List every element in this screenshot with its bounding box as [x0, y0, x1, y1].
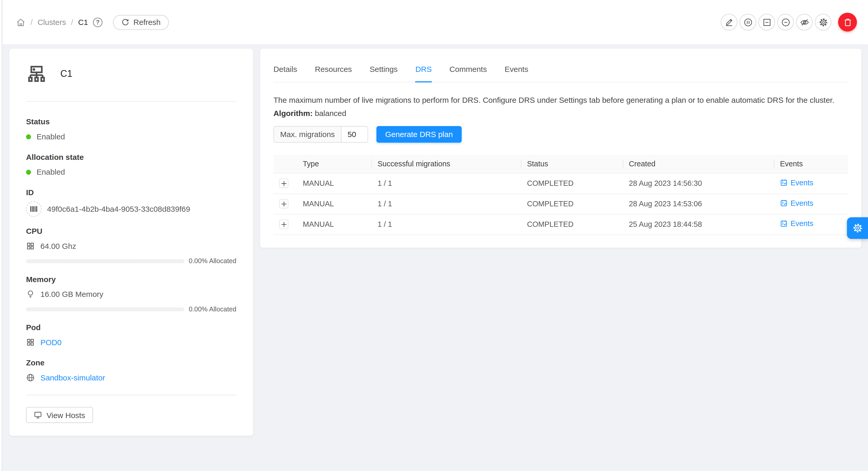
globe-icon [26, 373, 35, 382]
bulb-icon [26, 290, 35, 298]
cell-migrations: 1 / 1 [372, 173, 521, 194]
events-link-label: Events [790, 199, 813, 207]
expand-row-button[interactable] [279, 178, 288, 188]
memory-label: Memory [26, 275, 237, 283]
max-migrations-addon: Max. migrations [274, 127, 342, 142]
breadcrumb-current: C1 [78, 18, 88, 27]
breadcrumb: / Clusters / C1 ? Refresh [16, 14, 169, 30]
cell-created: 25 Aug 2023 18:44:58 [623, 214, 774, 235]
cpu-progress: 0.00% Allocated [26, 257, 237, 265]
algorithm-line: Algorithm: balanced [274, 108, 848, 119]
drs-form: Max. migrations Generate DRS plan [274, 126, 848, 143]
tab-details[interactable]: Details [274, 58, 297, 82]
col-status: Status [521, 155, 623, 173]
tab-settings[interactable]: Settings [370, 58, 398, 82]
status-value: Enabled [37, 132, 65, 141]
col-type: Type [297, 155, 372, 173]
events-link[interactable]: Events [780, 199, 813, 207]
expand-row-button[interactable] [279, 220, 288, 229]
eye-invisible-icon [800, 18, 809, 27]
status-dot [26, 134, 31, 139]
allocation-value: Enabled [37, 168, 65, 176]
tab-bar: Details Resources Settings DRS Comments … [274, 58, 848, 82]
refresh-label: Refresh [133, 18, 160, 27]
col-events: Events [774, 155, 848, 173]
divider [26, 101, 237, 102]
cluster-details: Status Enabled Allocation state Enabled … [26, 117, 237, 384]
help-icon[interactable]: ? [93, 18, 102, 27]
expand-row-button[interactable] [279, 199, 288, 208]
collapsed-sidebar-rail [0, 0, 2, 471]
drs-plans-table: Type Successful migrations Status Create… [274, 155, 848, 235]
drs-description: The maximum number of live migrations to… [274, 95, 848, 106]
unmanage-button[interactable] [758, 14, 775, 30]
cpu-field: CPU 64.00 Ghz 0.00% Allocated [26, 227, 237, 265]
zone-field: Zone Sandbox-simulator [26, 358, 237, 384]
allocation-label: Allocation state [26, 153, 237, 161]
delete-button[interactable] [838, 13, 857, 31]
edit-button[interactable] [721, 14, 737, 30]
allocation-field: Allocation state Enabled [26, 153, 237, 178]
cpu-progress-label: 0.00% Allocated [189, 257, 236, 265]
appstore-icon [26, 338, 35, 347]
algorithm-value: balanced [315, 109, 346, 118]
page-title: C1 [60, 68, 72, 80]
calendar-check-icon [780, 199, 788, 207]
breadcrumb-clusters-link[interactable]: Clusters [38, 18, 66, 27]
events-link[interactable]: Events [780, 219, 813, 228]
pause-button[interactable] [740, 14, 756, 30]
reload-icon [121, 18, 130, 26]
zone-link[interactable]: Sandbox-simulator [40, 373, 105, 382]
cell-type: MANUAL [297, 173, 372, 194]
cluster-detail-card: Details Resources Settings DRS Comments … [260, 49, 861, 248]
generate-drs-plan-button[interactable]: Generate DRS plan [376, 126, 462, 143]
events-link[interactable]: Events [780, 178, 813, 187]
topbar: / Clusters / C1 ? Refresh [3, 0, 868, 44]
header-actions [719, 13, 857, 31]
max-migrations-input[interactable] [341, 127, 367, 142]
pod-link[interactable]: POD0 [40, 338, 62, 347]
cell-migrations: 1 / 1 [372, 194, 521, 214]
tab-resources[interactable]: Resources [315, 58, 352, 82]
breadcrumb-separator: / [71, 18, 73, 27]
calendar-check-icon [780, 179, 788, 187]
events-link-label: Events [790, 178, 813, 187]
desktop-icon [34, 411, 42, 419]
tab-drs[interactable]: DRS [415, 58, 432, 82]
id-value: 49f0c6a1-4b2b-4ba4-9053-33c08d839f69 [47, 204, 190, 213]
hide-button[interactable] [796, 14, 813, 30]
memory-progress-bar [26, 307, 184, 311]
pod-field: Pod POD0 [26, 323, 237, 348]
barcode-icon [26, 201, 41, 217]
settings-button[interactable] [815, 14, 831, 30]
zone-label: Zone [26, 358, 237, 367]
plus-icon [281, 221, 286, 227]
memory-progress-label: 0.00% Allocated [189, 305, 236, 313]
cpu-value: 64.00 Ghz [40, 242, 76, 250]
breadcrumb-separator: / [30, 18, 32, 27]
table-row: MANUAL 1 / 1 COMPLETED 28 Aug 2023 14:53… [274, 194, 848, 214]
cell-type: MANUAL [297, 214, 372, 235]
appstore-icon [26, 242, 35, 250]
cpu-progress-bar [26, 259, 184, 263]
tab-comments[interactable]: Comments [450, 58, 487, 82]
plus-icon [281, 180, 286, 186]
gear-icon [852, 223, 863, 233]
calendar-check-icon [780, 220, 788, 227]
disable-button[interactable] [777, 14, 794, 30]
cluster-icon [26, 64, 47, 85]
table-header-row: Type Successful migrations Status Create… [274, 155, 848, 173]
trash-icon [843, 18, 852, 27]
divider [26, 395, 237, 395]
view-hosts-button[interactable]: View Hosts [26, 407, 93, 423]
tab-events[interactable]: Events [504, 58, 528, 82]
view-hosts-label: View Hosts [46, 410, 85, 419]
home-icon[interactable] [16, 18, 26, 27]
memory-value: 16.00 GB Memory [40, 290, 103, 298]
refresh-button[interactable]: Refresh [113, 14, 169, 30]
table-row: MANUAL 1 / 1 COMPLETED 25 Aug 2023 18:44… [274, 214, 848, 235]
events-link-label: Events [790, 219, 813, 228]
allocation-dot [26, 169, 31, 174]
floating-settings-button[interactable] [847, 217, 868, 239]
cell-created: 28 Aug 2023 14:56:30 [623, 173, 774, 194]
